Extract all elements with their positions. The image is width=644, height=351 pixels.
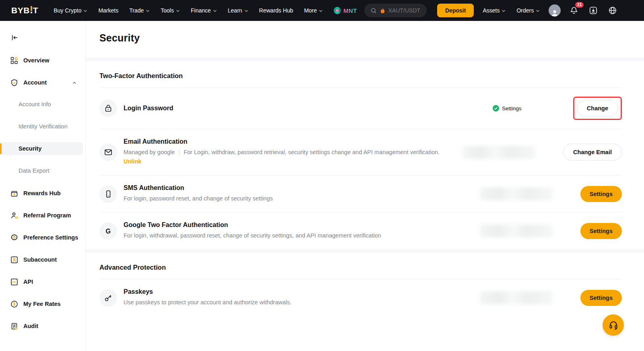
annotation-highlight: Change <box>573 97 622 120</box>
sidebar-item-label: Overview <box>23 57 50 64</box>
notifications-button[interactable]: 21 <box>568 4 580 17</box>
nav-label: Markets <box>98 7 118 14</box>
sidebar-item-label: API <box>23 279 33 285</box>
search-input[interactable]: XAUT/USDT <box>364 4 427 17</box>
sidebar-item-account-info[interactable]: Account Info <box>0 98 85 111</box>
nav-markets[interactable]: Markets <box>98 7 118 14</box>
nav-assets[interactable]: Assets <box>483 7 506 14</box>
top-navigation: BYB T Buy Crypto Markets Trade Tools Fin… <box>0 0 644 21</box>
icon-circle <box>99 289 117 307</box>
subaccount-icon <box>10 256 18 264</box>
chevron-down-icon <box>146 9 150 13</box>
fee-rates-icon: $ <box>10 300 18 308</box>
nav-rewards-hub[interactable]: Rewards Hub <box>259 7 293 14</box>
nav-more[interactable]: More <box>304 7 323 14</box>
sidebar-item-rewards-hub[interactable]: Rewards Hub <box>0 186 85 200</box>
nav-learn[interactable]: Learn <box>228 7 248 14</box>
sidebar-item-audit[interactable]: Audit <box>0 319 85 333</box>
row-description: Use passkeys to protect your account and… <box>124 298 292 307</box>
search-icon <box>371 8 377 14</box>
email-icon <box>104 148 113 157</box>
row-title: Google Two Factor Authentication <box>124 221 381 229</box>
nav-orders[interactable]: Orders <box>516 7 540 14</box>
mnt-token[interactable]: MNT <box>334 7 357 14</box>
sidebar-item-subaccount[interactable]: Subaccount <box>0 253 85 266</box>
chevron-down-icon <box>502 9 506 13</box>
account-avatar[interactable] <box>549 4 561 17</box>
logo-text: T <box>33 6 38 15</box>
advanced-protection-section: Advanced Protection Passkeys Use passkey… <box>86 253 644 316</box>
chevron-down-icon <box>536 9 540 13</box>
row-description: For login, password reset, and change of… <box>124 194 273 203</box>
preference-settings-icon <box>10 234 18 242</box>
language-button[interactable] <box>607 4 619 17</box>
row-description: Managed by google|For Login, withdraw, p… <box>124 148 446 166</box>
svg-text:API: API <box>12 281 16 283</box>
two-factor-section: Two-Factor Authentication Login Password… <box>86 61 644 249</box>
bybit-logo[interactable]: BYB T <box>11 6 38 15</box>
row-title: SMS Authentication <box>124 184 273 192</box>
sidebar: Overview Account Account Info Identity V… <box>0 21 86 351</box>
overview-icon <box>10 57 18 64</box>
row-google-authentication: G Google Two Factor Authentication For l… <box>99 212 622 249</box>
phone-icon <box>104 190 113 198</box>
nav-label: More <box>304 7 317 14</box>
mnt-token-icon <box>334 7 341 14</box>
api-icon: API <box>10 278 18 286</box>
chevron-down-icon <box>176 9 180 13</box>
sidebar-item-identity-verification[interactable]: Identity Verification <box>0 120 85 133</box>
nav-label: Assets <box>483 7 500 14</box>
change-email-button[interactable]: Change Email <box>563 144 622 161</box>
nav-label: Learn <box>228 7 242 14</box>
main-content: Security Two-Factor Authentication Login… <box>86 21 644 316</box>
lock-icon <box>104 104 113 113</box>
unlink-link[interactable]: Unlink <box>124 158 141 165</box>
row-email-authentication: Email Authentication Managed by google|F… <box>99 129 622 175</box>
sidebar-item-label: Account Info <box>19 101 51 107</box>
download-icon <box>589 6 598 15</box>
row-title: Login Password <box>124 105 173 112</box>
logo-text: BYB <box>11 6 30 15</box>
sidebar-item-preference-settings[interactable]: Preference Settings <box>0 231 85 244</box>
masked-2fa-value <box>480 224 553 237</box>
deposit-button[interactable]: Deposit <box>437 4 474 17</box>
google-2fa-settings-button[interactable]: Settings <box>580 223 622 239</box>
status-label: Settings <box>502 105 522 111</box>
sidebar-item-security[interactable]: Security <box>0 142 83 155</box>
mnt-token-label: MNT <box>343 7 357 14</box>
icon-circle <box>99 185 117 203</box>
sidebar-item-label: Identity Verification <box>19 123 68 130</box>
chevron-down-icon <box>213 9 217 13</box>
download-app-button[interactable] <box>587 4 599 17</box>
sidebar-item-api[interactable]: API API <box>0 275 85 289</box>
sidebar-item-account[interactable]: Account <box>0 76 85 89</box>
search-value: XAUT/USDT <box>388 7 420 14</box>
icon-circle <box>99 143 117 161</box>
icon-circle <box>99 99 117 117</box>
avatar <box>549 4 561 17</box>
text-separator: | <box>178 149 180 155</box>
section-heading: Advanced Protection <box>99 253 622 279</box>
nav-buy-crypto[interactable]: Buy Crypto <box>54 7 87 14</box>
sidebar-item-label: Audit <box>23 323 38 329</box>
sidebar-item-label: Data Export <box>19 167 50 174</box>
nav-tools[interactable]: Tools <box>161 7 180 14</box>
sms-settings-button[interactable]: Settings <box>580 186 622 202</box>
user-icon <box>551 9 559 17</box>
nav-trade[interactable]: Trade <box>129 7 150 14</box>
description-text: For Login, withdraw, password retrieval,… <box>184 149 440 155</box>
chevron-down-icon <box>319 9 323 13</box>
sidebar-item-my-fee-rates[interactable]: $ My Fee Rates <box>0 297 85 311</box>
passkeys-settings-button[interactable]: Settings <box>580 290 622 306</box>
sidebar-item-overview[interactable]: Overview <box>0 54 85 67</box>
sidebar-item-label: Rewards Hub <box>23 190 61 196</box>
chevron-down-icon <box>83 9 87 13</box>
globe-icon <box>608 6 617 15</box>
change-password-button[interactable]: Change <box>577 100 618 117</box>
customer-support-button[interactable] <box>603 314 624 336</box>
nav-finance[interactable]: Finance <box>191 7 217 14</box>
sidebar-item-data-export[interactable]: Data Export <box>0 164 85 177</box>
masked-email-value <box>462 146 536 159</box>
sidebar-item-referral-program[interactable]: $+ Referral Program <box>0 209 85 222</box>
collapse-sidebar-button[interactable] <box>0 34 85 54</box>
